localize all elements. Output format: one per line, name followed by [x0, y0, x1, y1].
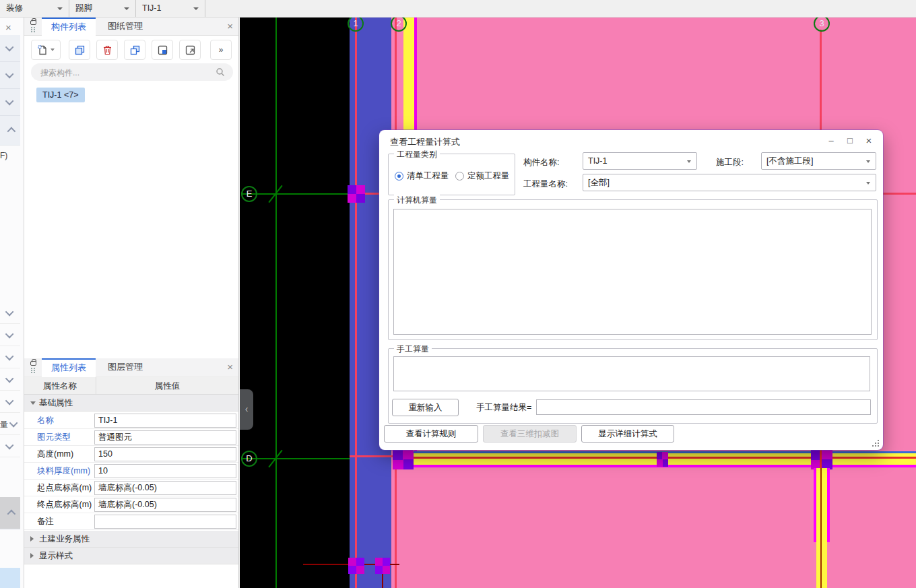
close-icon[interactable]: × — [227, 361, 233, 372]
radio-unselected-icon — [455, 172, 464, 181]
property-name[interactable]: 名称 — [37, 412, 54, 429]
tab-component-list[interactable]: 构件列表 — [42, 18, 96, 36]
close-icon[interactable]: × — [227, 20, 233, 32]
collapsed-section-toggle[interactable] — [0, 391, 20, 413]
collapse-left-icon: ‹ — [245, 403, 249, 414]
radio-label: 清单工程量 — [407, 170, 449, 182]
specialty-dropdown[interactable]: 装修 — [0, 0, 69, 17]
minimize-button[interactable]: – — [824, 135, 839, 147]
property-value-input[interactable]: 普通图元 — [94, 430, 236, 445]
extract-component-button[interactable] — [179, 40, 201, 60]
new-component-button[interactable] — [31, 40, 61, 60]
collapsed-section-toggle[interactable] — [0, 302, 20, 324]
property-value-input[interactable] — [94, 515, 236, 529]
collapsed-section-toggle[interactable] — [0, 368, 20, 391]
property-value-input[interactable]: 墙底标高(-0.05) — [94, 481, 236, 495]
store-component-button[interactable] — [152, 40, 173, 60]
view-3d-deduction-button[interactable]: 查看三维扣减图 — [483, 425, 577, 443]
reinput-button[interactable]: 重新输入 — [392, 399, 459, 416]
component-name-label: 构件名称: — [523, 157, 559, 168]
more-tools-button[interactable]: » — [210, 40, 232, 60]
copy-component-button[interactable] — [69, 40, 90, 60]
collapsed-section-toggle[interactable] — [0, 89, 20, 116]
navigation-toolbar: 装修 踢脚 TIJ-1 — [0, 0, 916, 18]
radio-label: 定额工程量 — [467, 170, 510, 182]
resize-grip[interactable] — [872, 440, 879, 447]
chevron-down-icon — [5, 396, 13, 405]
component-dropdown-value: TIJ-1 — [142, 3, 161, 13]
collapsed-section-toggle[interactable] — [0, 35, 20, 62]
property-group-display-style[interactable]: 显示样式 — [24, 548, 238, 564]
component-dropdown[interactable]: TIJ-1 — [136, 0, 205, 17]
chevron-down-icon — [5, 97, 13, 106]
chevron-down-icon — [5, 307, 13, 316]
layer-copy-button[interactable] — [124, 40, 145, 60]
collapsed-section-toggle[interactable] — [0, 435, 20, 457]
property-row-block-thickness: 块料厚度(mm) 10 — [24, 463, 238, 480]
left-collapse-rail: × F) 量 — [0, 18, 24, 588]
dropdown-arrow-icon — [57, 7, 63, 10]
radio-list-quantity[interactable]: 清单工程量 — [395, 170, 449, 182]
view-calc-rules-button[interactable]: 查看计算规则 — [384, 425, 478, 443]
component-name-combo[interactable]: TIJ-1 — [583, 152, 697, 170]
wall-junction-d3 — [811, 450, 832, 469]
property-row-remark: 备注 — [24, 513, 238, 530]
component-search-input[interactable]: 搜索构件... — [31, 63, 233, 81]
construction-section-combo[interactable]: [不含施工段] — [761, 152, 876, 170]
property-value-input[interactable]: 10 — [94, 464, 236, 478]
rail-close-button[interactable]: × — [5, 22, 11, 33]
radio-quota-quantity[interactable]: 定额工程量 — [455, 170, 510, 182]
component-type-dropdown[interactable]: 踢脚 — [69, 0, 136, 17]
quantity-name-combo[interactable]: [全部] — [583, 174, 876, 191]
property-row-end-elevation: 终点底标高(m) 墙底标高(-0.05) — [24, 496, 238, 513]
axis-bubble-d[interactable]: D — [241, 451, 257, 467]
property-name: 备注 — [37, 513, 54, 530]
chevron-down-icon — [5, 440, 13, 449]
maximize-button[interactable]: □ — [843, 135, 857, 147]
property-value-input[interactable]: 墙底标高(-0.05) — [94, 498, 236, 512]
computer-quantity-textarea[interactable] — [393, 209, 872, 335]
property-group-basic[interactable]: 基础属性 — [24, 395, 238, 412]
tab-property-list[interactable]: 属性列表 — [42, 358, 96, 377]
close-button[interactable]: × — [861, 135, 876, 147]
copy-icon — [75, 45, 85, 55]
panel-lock-icon[interactable] — [30, 20, 38, 34]
property-name[interactable]: 块料厚度(mm) — [37, 463, 90, 480]
component-list-item[interactable]: TIJ-1 <7> — [36, 88, 85, 102]
property-name: 终点底标高(m) — [37, 496, 92, 513]
chevron-down-icon — [5, 43, 13, 52]
property-value-input[interactable]: TIJ-1 — [94, 414, 236, 428]
chevron-collapsed-icon — [30, 536, 34, 542]
chevron-collapsed-icon — [30, 553, 34, 558]
panel-lock-icon[interactable] — [30, 361, 38, 374]
delete-component-button[interactable] — [96, 40, 118, 60]
property-row-name: 名称 TIJ-1 — [24, 412, 238, 429]
group-label: 工程量类别 — [394, 149, 440, 160]
show-detailed-formula-button[interactable]: 显示详细计算式 — [581, 425, 674, 443]
wall-junction-d2 — [657, 452, 668, 467]
property-group-civil[interactable]: 土建业务属性 — [24, 531, 238, 548]
wall-junction-e — [348, 185, 365, 203]
dropdown-arrow-icon — [866, 182, 870, 185]
rail-partial-label: 量 — [0, 419, 8, 430]
collapsed-section-toggle[interactable] — [0, 116, 20, 145]
manual-result-input[interactable] — [536, 399, 871, 415]
collapsed-section-toggle[interactable]: 量 — [0, 413, 20, 435]
bottom-junction-2 — [375, 558, 390, 574]
axis-bubble-e[interactable]: E — [241, 186, 257, 202]
band-red-center — [393, 457, 916, 459]
specialty-dropdown-value: 装修 — [6, 3, 23, 13]
tab-drawing-management[interactable]: 图纸管理 — [98, 18, 152, 36]
dropdown-arrow-icon — [866, 160, 870, 163]
expanded-section-toggle[interactable] — [0, 497, 20, 529]
rail-selected-item[interactable] — [0, 568, 20, 588]
manual-quantity-textarea[interactable] — [393, 356, 870, 391]
panel-collapse-handle[interactable]: ‹ — [240, 389, 253, 430]
property-value-input[interactable]: 150 — [94, 447, 236, 461]
collapsed-section-toggle[interactable] — [0, 62, 20, 89]
tab-layer-management[interactable]: 图层管理 — [98, 358, 152, 377]
collapsed-section-toggle[interactable] — [0, 324, 20, 346]
property-name[interactable]: 图元类型 — [37, 429, 71, 446]
collapsed-section-toggle[interactable] — [0, 346, 20, 368]
band-magenta-line — [393, 465, 916, 467]
